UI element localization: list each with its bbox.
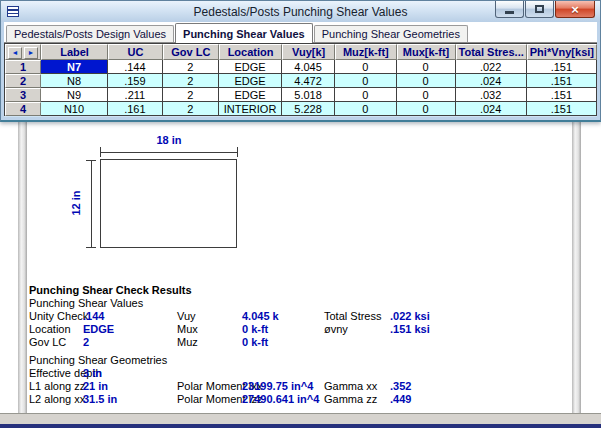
next-column-button[interactable]: ► [24,47,38,59]
cell[interactable]: 2 [163,102,219,116]
cell[interactable]: EDGE [219,88,282,102]
cell[interactable]: 0 [397,60,456,74]
column-header[interactable]: Total Stres... [456,44,527,60]
cell[interactable]: 2 [163,88,219,102]
minimize-icon [505,11,514,14]
grid-nav-corner: ◄► [5,44,41,60]
dimension-tick [86,247,96,248]
window-controls: × [494,1,595,18]
tab-punching-shear-values[interactable]: Punching Shear Values [175,23,313,43]
cell[interactable]: 0 [397,88,456,102]
spreadsheet-area: ◄►LabelUCGov LCLocationVuy[k]Muz[k-ft]Mu… [4,43,597,116]
cell[interactable]: .024 [456,102,527,116]
close-button[interactable]: × [555,1,595,18]
cell[interactable]: N10 [41,102,108,116]
report-label: Location [29,323,71,335]
report-value: 23199.75 in^4 [242,380,313,392]
app-screen: 18 in 12 in Punching Shear Check Results… [0,0,601,428]
cell[interactable]: 0 [335,102,397,116]
table-row: 1N7.1442EDGE4.04500.022.151 [5,60,597,74]
row-number[interactable]: 3 [5,88,41,102]
tab-punching-shear-geometries[interactable]: Punching Shear Geometries [314,25,468,42]
report-value: 4.045 k [242,310,279,322]
cell[interactable]: EDGE [219,74,282,88]
cell[interactable]: .161 [108,102,163,116]
cell[interactable]: .144 [108,60,163,74]
report-value: 21 in [83,380,108,392]
column-header[interactable]: Vuy[k] [282,44,335,60]
cell[interactable]: .032 [456,88,527,102]
cell[interactable]: 2 [163,60,219,74]
close-icon: × [571,3,579,16]
report-label: Gamma zz [324,393,377,405]
cell[interactable]: 0 [335,74,397,88]
cell[interactable]: 0 [397,102,456,116]
cell[interactable]: 2 [163,74,219,88]
report-subheading: Punching Shear Values [29,297,143,309]
cell[interactable]: .159 [108,74,163,88]
dimension-line-horizontal [100,152,238,153]
report-value: .144 [83,310,104,322]
cell[interactable]: 5.018 [282,88,335,102]
column-header[interactable]: Phi*Vny[ksi] [527,44,597,60]
title-bar[interactable]: Pedestals/Posts Punching Shear Values × [1,1,600,22]
report-value: 0 k-ft [242,336,268,348]
column-header[interactable]: Mux[k-ft] [397,44,456,60]
shear-values-table: ◄►LabelUCGov LCLocationVuy[k]Muz[k-ft]Mu… [4,43,597,116]
detail-report-window: 18 in 12 in Punching Shear Check Results… [0,121,601,428]
report-value: .449 [390,393,411,405]
row-number[interactable]: 2 [5,74,41,88]
cell[interactable]: .024 [456,74,527,88]
cell[interactable]: .211 [108,88,163,102]
column-header[interactable]: Label [41,44,108,60]
table-row: 2N8.1592EDGE4.47200.024.151 [5,74,597,88]
width-dimension-label: 18 in [128,134,210,146]
report-value: .352 [390,380,411,392]
report-label: Muz [177,336,198,348]
report-line: LocationEDGEMux0 k-ftøvny.151 ksi [0,323,601,336]
cell[interactable]: EDGE [219,60,282,74]
height-dimension-label: 12 in [70,183,82,223]
cell[interactable]: N7 [41,60,108,74]
report-label: Mux [177,323,198,335]
pedestal-outline [100,159,237,248]
statusbar-strip [0,413,601,424]
cell[interactable]: INTERIOR [219,102,282,116]
column-header[interactable]: UC [108,44,163,60]
column-header[interactable]: Muz[k-ft] [335,44,397,60]
cell[interactable]: 5.228 [282,102,335,116]
cell[interactable]: .151 [527,60,597,74]
cell[interactable]: .151 [527,102,597,116]
report-value: 3 in [83,367,102,379]
row-number[interactable]: 4 [5,102,41,116]
cell[interactable]: 0 [397,74,456,88]
report-value: 27490.641 in^4 [242,393,319,405]
report-value: 31.5 in [83,393,117,405]
report-value: 0 k-ft [242,323,268,335]
tab-pedestals-posts-design-values[interactable]: Pedestals/Posts Design Values [6,25,174,42]
minimize-button[interactable] [495,1,524,18]
cell[interactable]: N8 [41,74,108,88]
cell[interactable]: .022 [456,60,527,74]
column-header[interactable]: Gov LC [163,44,219,60]
cell[interactable]: 4.472 [282,74,335,88]
cell[interactable]: 4.045 [282,60,335,74]
cell[interactable]: 0 [335,88,397,102]
cell[interactable]: .151 [527,88,597,102]
report-label: Gamma xx [324,380,377,392]
report-label: øvny [324,323,348,335]
dimension-tick [237,147,238,157]
cell[interactable]: N9 [41,88,108,102]
column-header[interactable]: Location [219,44,282,60]
maximize-button[interactable] [525,1,554,18]
report-value: EDGE [83,323,114,335]
report-value: .022 ksi [390,310,430,322]
report-label: Total Stress [324,310,381,322]
dimension-tick [86,160,96,161]
cell[interactable]: .151 [527,74,597,88]
table-row: 3N9.2112EDGE5.01800.032.151 [5,88,597,102]
row-number[interactable]: 1 [5,60,41,74]
prev-column-button[interactable]: ◄ [8,47,22,59]
cell[interactable]: 0 [335,60,397,74]
app-window-border [0,424,601,428]
